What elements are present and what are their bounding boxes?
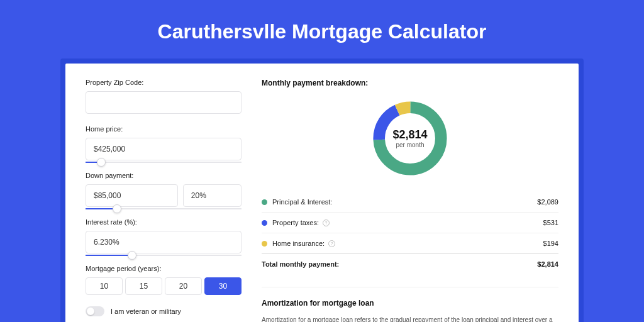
card-outer: Property Zip Code: Home price: Down paym… <box>60 58 584 322</box>
calculator-card: Property Zip Code: Home price: Down paym… <box>65 64 579 322</box>
period-label: Mortgage period (years): <box>86 265 242 272</box>
page-title: Caruthersvlle Mortgage Calculator <box>0 0 644 58</box>
period-field: Mortgage period (years): 10152030 <box>86 265 242 295</box>
zip-field: Property Zip Code: <box>86 79 242 114</box>
rate-slider-thumb[interactable] <box>128 251 136 260</box>
info-icon[interactable]: ? <box>328 240 335 247</box>
veteran-row: I am veteran or military <box>86 306 242 316</box>
rate-slider[interactable] <box>86 255 242 256</box>
period-button-30[interactable]: 30 <box>204 277 242 295</box>
payment-donut-chart: $2,814 per month <box>369 97 451 179</box>
price-slider[interactable] <box>86 162 242 163</box>
down-amount-input[interactable] <box>86 184 178 207</box>
zip-label: Property Zip Code: <box>86 79 242 86</box>
veteran-toggle[interactable] <box>86 306 104 316</box>
breakdown-item-label: Principal & Interest: <box>272 198 537 206</box>
rate-field: Interest rate (%): <box>86 218 242 253</box>
blue-dot-icon <box>262 220 267 226</box>
form-column: Property Zip Code: Home price: Down paym… <box>86 79 242 322</box>
breakdown-item-label: Home insurance:? <box>272 240 543 247</box>
down-slider-thumb[interactable] <box>113 204 121 213</box>
breakdown-line: Principal & Interest:$2,089 <box>262 192 558 212</box>
period-button-20[interactable]: 20 <box>165 277 202 295</box>
rate-input[interactable] <box>86 231 242 253</box>
down-pct-input[interactable] <box>183 184 242 207</box>
amortization-section: Amortization for mortgage loan Amortizat… <box>262 287 558 322</box>
amortization-title: Amortization for mortgage loan <box>262 299 558 308</box>
price-input[interactable] <box>86 138 242 160</box>
rate-label: Interest rate (%): <box>86 218 242 226</box>
green-dot-icon <box>262 199 267 205</box>
breakdown-item-label: Property taxes:? <box>272 219 543 226</box>
breakdown-item-amount: $2,089 <box>537 198 558 206</box>
period-button-10[interactable]: 10 <box>86 277 123 295</box>
breakdown-line: Home insurance:?$194 <box>262 233 558 253</box>
zip-input[interactable] <box>86 91 242 114</box>
price-label: Home price: <box>86 125 242 133</box>
price-field: Home price: <box>86 125 242 160</box>
amortization-body: Amortization for a mortgage loan refers … <box>262 315 558 322</box>
total-line: Total monthly payment: $2,814 <box>262 253 558 274</box>
breakdown-item-amount: $194 <box>543 240 558 247</box>
info-icon[interactable]: ? <box>323 219 330 226</box>
breakdown-title: Monthly payment breakdown: <box>262 79 558 87</box>
donut-container: $2,814 per month <box>262 97 558 179</box>
down-field: Down payment: <box>86 172 242 207</box>
breakdown-column: Monthly payment breakdown: $2,814 per mo… <box>262 79 558 322</box>
period-button-15[interactable]: 15 <box>125 277 162 295</box>
yellow-dot-icon <box>262 241 267 247</box>
breakdown-item-amount: $531 <box>543 219 558 226</box>
down-label: Down payment: <box>86 172 242 179</box>
price-slider-thumb[interactable] <box>97 158 106 167</box>
veteran-toggle-knob <box>87 308 94 315</box>
breakdown-line: Property taxes:?$531 <box>262 212 558 233</box>
donut-center-value: $2,814 <box>392 128 427 142</box>
down-slider[interactable] <box>86 208 242 209</box>
total-amount: $2,814 <box>537 260 558 268</box>
total-label: Total monthly payment: <box>262 260 537 268</box>
veteran-label: I am veteran or military <box>111 308 181 315</box>
donut-center-sub: per month <box>396 142 424 148</box>
